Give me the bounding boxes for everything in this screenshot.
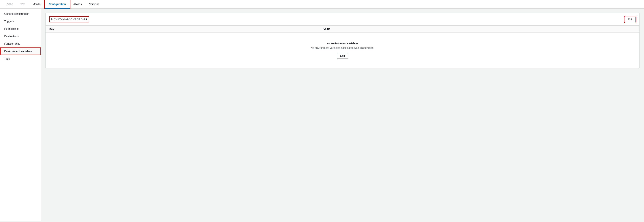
sidebar-item-triggers[interactable]: Triggers [0, 18, 41, 25]
empty-state-title: No environment variables [53, 42, 632, 45]
column-key: Key [46, 26, 320, 33]
sidebar-item-permissions[interactable]: Permissions [0, 25, 41, 33]
tab-aliases[interactable]: Aliases [70, 0, 86, 9]
env-table: Key Value No environment variables No en… [46, 26, 639, 68]
sidebar-item-destinations[interactable]: Destinations [0, 33, 41, 40]
sidebar-item-tags[interactable]: Tags [0, 55, 41, 62]
sidebar: General configurationTriggersPermissions… [0, 9, 41, 221]
panel-header: Environment variables Edit [46, 13, 639, 26]
tab-code[interactable]: Code [3, 0, 16, 9]
empty-state: No environment variables No environment … [50, 34, 636, 66]
empty-state-cell: No environment variables No environment … [46, 33, 639, 68]
sidebar-item-function-url[interactable]: Function URL [0, 40, 41, 47]
empty-state-description: No environment variables associated with… [53, 46, 632, 49]
table-body: No environment variables No environment … [46, 33, 639, 68]
empty-state-row: No environment variables No environment … [46, 33, 639, 68]
tab-bar: CodeTestMonitorConfigurationAliasesVersi… [0, 0, 644, 9]
sidebar-item-environment-variables[interactable]: Environment variables [0, 47, 41, 55]
edit-button-center[interactable]: Edit [337, 53, 348, 59]
tab-monitor[interactable]: Monitor [29, 0, 45, 9]
sidebar-item-general-configuration[interactable]: General configuration [0, 10, 41, 18]
edit-button-top[interactable]: Edit [625, 17, 636, 22]
tab-test[interactable]: Test [16, 0, 29, 9]
environment-variables-panel: Environment variables Edit Key Value No … [46, 13, 640, 68]
content-area: Environment variables Edit Key Value No … [41, 9, 644, 221]
table-header-row: Key Value [46, 26, 639, 33]
main-layout: General configurationTriggersPermissions… [0, 9, 644, 221]
tab-configuration[interactable]: Configuration [45, 0, 70, 9]
panel-title: Environment variables [50, 16, 89, 22]
column-value: Value [320, 26, 639, 33]
tab-versions[interactable]: Versions [86, 0, 103, 9]
table-head: Key Value [46, 26, 639, 33]
